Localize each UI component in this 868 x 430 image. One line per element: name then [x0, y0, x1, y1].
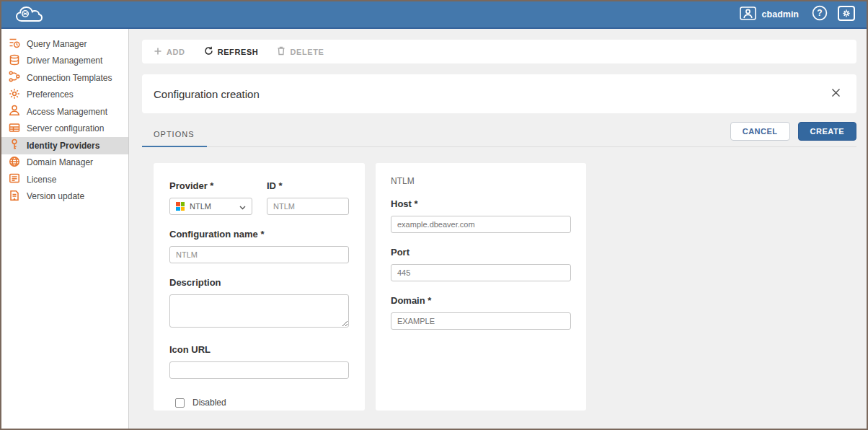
- add-button[interactable]: ADD: [154, 47, 185, 57]
- sidebar-item-label: Query Manager: [27, 39, 87, 49]
- refresh-button-label: REFRESH: [218, 48, 259, 56]
- provider-select[interactable]: NTLM: [169, 198, 252, 215]
- identity-providers-toolbar: ADD REFRESH: [142, 40, 856, 63]
- configuration-creation-panel-header: Configuration creation: [142, 74, 856, 113]
- disabled-checkbox[interactable]: [175, 398, 185, 408]
- sidebar-item-label: Identity Providers: [27, 141, 99, 151]
- main-area: ADD REFRESH: [129, 29, 867, 429]
- sidebar-item-license[interactable]: License: [1, 171, 128, 188]
- access-management-icon: [9, 105, 20, 118]
- delete-button[interactable]: DELETE: [277, 46, 324, 57]
- close-panel-button[interactable]: [828, 84, 843, 103]
- disabled-checkbox-row[interactable]: Disabled: [175, 398, 349, 408]
- user-icon: [740, 6, 756, 23]
- sidebar-item-label: Version update: [27, 191, 84, 201]
- microsoft-logo-icon: [176, 202, 185, 211]
- plus-icon: [154, 47, 162, 57]
- sidebar-item-driver-management[interactable]: Driver Management: [1, 53, 128, 70]
- connection-templates-icon: [9, 71, 20, 84]
- version-update-icon: [9, 190, 20, 203]
- settings-button[interactable]: [838, 6, 855, 24]
- sidebar-item-domain-manager[interactable]: Domain Manager: [1, 154, 128, 172]
- identity-providers-icon: [9, 139, 20, 152]
- driver-management-icon: [9, 54, 20, 68]
- sidebar-item-label: License: [27, 175, 56, 185]
- trash-icon: [277, 46, 285, 57]
- description-label: Description: [169, 277, 349, 288]
- refresh-button[interactable]: REFRESH: [204, 46, 259, 57]
- top-bar: cbadmin ?: [1, 1, 867, 29]
- cloudbeaver-admin-window: cbadmin ?: [0, 0, 868, 430]
- create-button[interactable]: CREATE: [798, 122, 856, 141]
- server-configuration-icon: [9, 122, 20, 136]
- refresh-icon: [204, 46, 213, 57]
- sidebar-item-preferences[interactable]: Preferences: [1, 87, 128, 104]
- domain-label: Domain *: [391, 295, 571, 306]
- tab-options[interactable]: OPTIONS: [142, 130, 207, 147]
- configuration-name-label: Configuration name *: [169, 229, 349, 240]
- form-cards: Provider * NTLM ID *: [142, 163, 856, 411]
- close-icon: [831, 87, 841, 100]
- port-input[interactable]: [391, 264, 571, 281]
- sidebar-item-server-configuration[interactable]: Server configuration: [1, 120, 128, 138]
- tab-bar: OPTIONS CANCEL CREATE: [142, 123, 856, 147]
- panel-title: Configuration creation: [154, 88, 260, 100]
- id-label: ID *: [267, 180, 349, 191]
- description-textarea[interactable]: [169, 294, 349, 328]
- sidebar-item-label: Driver Management: [27, 56, 102, 66]
- svg-text:?: ?: [817, 8, 822, 18]
- sidebar-item-label: Access Management: [27, 107, 107, 117]
- sidebar-item-access-management[interactable]: Access Management: [1, 103, 128, 120]
- sidebar-item-connection-templates[interactable]: Connection Templates: [1, 69, 128, 87]
- general-options-card: Provider * NTLM ID *: [154, 163, 365, 411]
- id-input[interactable]: [267, 198, 349, 215]
- sidebar-item-label: Preferences: [27, 89, 74, 100]
- domain-manager-icon: [9, 156, 20, 170]
- delete-button-label: DELETE: [290, 48, 324, 56]
- help-icon: ?: [812, 5, 828, 24]
- provider-select-value: NTLM: [190, 202, 234, 211]
- cloudbeaver-logo-icon: [14, 5, 43, 25]
- icon-url-label: Icon URL: [169, 344, 349, 355]
- user-menu[interactable]: cbadmin: [737, 5, 802, 25]
- port-label: Port: [391, 247, 571, 258]
- host-input[interactable]: [391, 216, 571, 233]
- ntlm-group-label: NTLM: [391, 176, 571, 186]
- license-icon: [9, 172, 20, 186]
- preferences-icon: [9, 88, 20, 102]
- chevron-down-icon: [239, 200, 246, 213]
- sidebar-item-identity-providers[interactable]: Identity Providers: [1, 137, 128, 154]
- domain-input[interactable]: [391, 312, 571, 330]
- provider-label: Provider *: [169, 180, 252, 191]
- query-manager-icon: [9, 37, 20, 51]
- host-label: Host *: [391, 198, 571, 209]
- gear-icon: [838, 6, 855, 24]
- ntlm-options-card: NTLM Host * Port Domain *: [376, 163, 586, 411]
- sidebar-item-label: Domain Manager: [27, 157, 93, 167]
- user-name: cbadmin: [762, 9, 799, 19]
- cancel-button[interactable]: CANCEL: [730, 122, 790, 141]
- icon-url-input[interactable]: [169, 361, 349, 379]
- sidebar-item-label: Server configuration: [27, 123, 104, 133]
- admin-sidebar: Query Manager Driver Management: [1, 29, 129, 429]
- sidebar-item-version-update[interactable]: Version update: [1, 188, 128, 206]
- add-button-label: ADD: [167, 48, 185, 56]
- sidebar-item-label: Connection Templates: [27, 73, 112, 83]
- sidebar-item-query-manager[interactable]: Query Manager: [1, 35, 128, 53]
- disabled-checkbox-label: Disabled: [192, 398, 226, 408]
- help-button[interactable]: ?: [812, 5, 828, 24]
- configuration-name-input[interactable]: [169, 246, 349, 263]
